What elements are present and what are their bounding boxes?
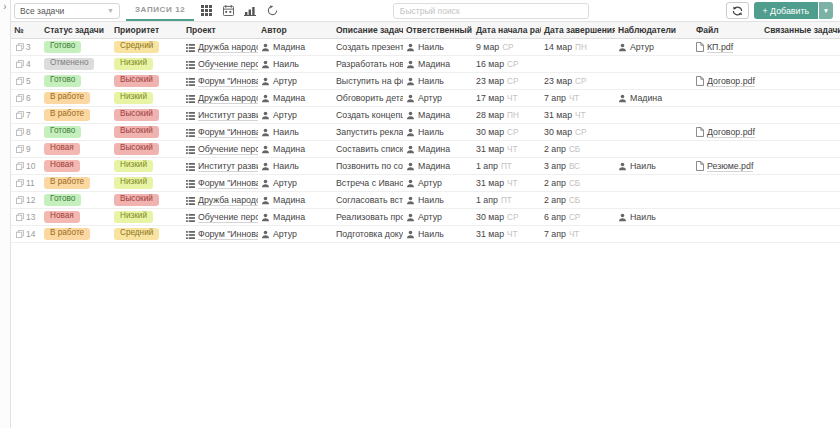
project-icon: [186, 42, 198, 52]
start-date: 1 апр: [476, 195, 498, 205]
cell-priority: Средний: [111, 225, 183, 242]
column-header-start-date[interactable]: Дата начала работы: [473, 22, 541, 38]
cell-related: [761, 225, 840, 242]
open-record-icon[interactable]: [14, 178, 26, 188]
column-header-end-date[interactable]: Дата завершения: [541, 22, 615, 38]
table-row[interactable]: 9 Новая Высокий Обучение персо... Мадина…: [11, 140, 840, 157]
table-row[interactable]: 12 Готово Высокий Дружба народов Мадина …: [11, 191, 840, 208]
table-row[interactable]: 11 В работе Низкий Форум "Иннова... Арту…: [11, 174, 840, 191]
cell-start-date: 31 марЧТ: [473, 225, 541, 242]
task-number: 13: [26, 212, 35, 222]
column-header-responsible[interactable]: Ответственный: [403, 22, 473, 38]
cell-observers: [615, 123, 693, 140]
priority-badge: Низкий: [114, 92, 153, 104]
calendar-view-button[interactable]: [218, 2, 238, 20]
table-row[interactable]: 3 Готово Средний Дружба народов Мадина С…: [11, 38, 840, 55]
end-weekday: СБ: [569, 196, 580, 205]
expand-panel-icon[interactable]: ›: [0, 0, 10, 14]
cell-priority: Высокий: [111, 191, 183, 208]
file-icon: [696, 42, 707, 52]
table-row[interactable]: 5 Готово Высокий Форум "Иннова... Артур …: [11, 72, 840, 89]
add-button[interactable]: + Добавить: [754, 2, 818, 19]
open-record-icon[interactable]: [14, 161, 26, 171]
end-date: 14 мар: [544, 42, 572, 52]
cell-author: Мадина: [258, 208, 333, 225]
project-icon: [186, 212, 198, 222]
responsible-name: Артур: [418, 178, 442, 188]
table-row[interactable]: 4 Отменено Низкий Обучение персо... Наил…: [11, 55, 840, 72]
cell-status: Новая: [41, 208, 111, 225]
open-record-icon[interactable]: [14, 229, 26, 239]
start-weekday: СР: [507, 77, 518, 86]
history-button[interactable]: [262, 2, 282, 20]
column-header-priority[interactable]: Приоритет: [111, 22, 183, 38]
add-dropdown-button[interactable]: ▼: [819, 2, 833, 19]
project-link[interactable]: Институт развит...: [198, 161, 258, 172]
table-row[interactable]: 13 Новая Низкий Обучение персо... Мадина…: [11, 208, 840, 225]
table-row[interactable]: 10 Новая Низкий Институт развит... Наиль…: [11, 157, 840, 174]
open-record-icon[interactable]: [14, 195, 26, 205]
cell-responsible: Наиль: [403, 72, 473, 89]
open-record-icon[interactable]: [14, 42, 26, 52]
column-header-description[interactable]: Описание задачи: [333, 22, 403, 38]
cell-related: [761, 123, 840, 140]
cell-end-date: 7 апрЧТ: [541, 89, 615, 106]
cell-file: [693, 208, 761, 225]
stats-view-button[interactable]: [240, 2, 260, 20]
tab-records[interactable]: ЗАПИСИ 12: [126, 0, 194, 21]
user-icon: [406, 161, 418, 171]
responsible-name: Наиль: [418, 195, 444, 205]
responsible-name: Наиль: [418, 76, 444, 86]
open-record-icon[interactable]: [14, 144, 26, 154]
cell-priority: Высокий: [111, 140, 183, 157]
project-link[interactable]: Форум "Иннова...: [198, 229, 258, 240]
project-link[interactable]: Дружба народов: [198, 42, 258, 53]
grid-view-button[interactable]: [196, 2, 216, 20]
column-header-file[interactable]: Файл: [693, 22, 761, 38]
cell-status: Готово: [41, 191, 111, 208]
table-row[interactable]: 14 В работе Средний Форум "Иннова... Арт…: [11, 225, 840, 242]
file-link[interactable]: Договор.pdf: [707, 76, 755, 87]
user-icon: [261, 212, 273, 222]
cell-related: [761, 106, 840, 123]
open-record-icon[interactable]: [14, 59, 26, 69]
project-link[interactable]: Институт развит...: [198, 110, 258, 121]
column-header-status[interactable]: Статус задачи: [41, 22, 111, 38]
project-link[interactable]: Обучение персо...: [198, 59, 258, 70]
table-row[interactable]: 6 В работе Низкий Дружба народов Мадина …: [11, 89, 840, 106]
author-name: Мадина: [273, 144, 305, 154]
project-link[interactable]: Дружба народов: [198, 195, 258, 206]
cell-related: [761, 140, 840, 157]
start-weekday: СР: [507, 213, 518, 222]
project-link[interactable]: Форум "Иннова...: [198, 178, 258, 189]
column-header-project[interactable]: Проект: [183, 22, 258, 38]
cell-num: 5: [11, 72, 41, 89]
refresh-button[interactable]: [726, 2, 749, 19]
open-record-icon[interactable]: [14, 110, 26, 120]
project-link[interactable]: Обучение персо...: [198, 212, 258, 223]
file-link[interactable]: Договор.pdf: [707, 127, 755, 138]
view-filter-select[interactable]: Все задачи ▼: [14, 3, 120, 19]
column-header-num[interactable]: №: [11, 22, 41, 38]
cell-observers: Наиль: [615, 208, 693, 225]
project-link[interactable]: Дружба народов: [198, 93, 258, 104]
open-record-icon[interactable]: [14, 127, 26, 137]
task-number: 6: [26, 93, 31, 103]
open-record-icon[interactable]: [14, 76, 26, 86]
project-link[interactable]: Обучение персо...: [198, 144, 258, 155]
open-record-icon[interactable]: [14, 212, 26, 222]
column-header-observers[interactable]: Наблюдатели: [615, 22, 693, 38]
column-header-related[interactable]: Связанные задачи: [761, 22, 840, 38]
search-input[interactable]: [393, 3, 589, 19]
cell-author: Артур: [258, 106, 333, 123]
status-badge: В работе: [44, 177, 90, 189]
author-name: Мадина: [273, 195, 305, 205]
table-row[interactable]: 7 В работе Высокий Институт развит... Ар…: [11, 106, 840, 123]
open-record-icon[interactable]: [14, 93, 26, 103]
table-row[interactable]: 8 Готово Высокий Форум "Иннова... Наиль …: [11, 123, 840, 140]
file-link[interactable]: КП.pdf: [707, 42, 733, 53]
project-link[interactable]: Форум "Иннова...: [198, 127, 258, 138]
project-link[interactable]: Форум "Иннова...: [198, 76, 258, 87]
column-header-author[interactable]: Автор: [258, 22, 333, 38]
file-link[interactable]: Резюме.pdf: [707, 161, 753, 172]
